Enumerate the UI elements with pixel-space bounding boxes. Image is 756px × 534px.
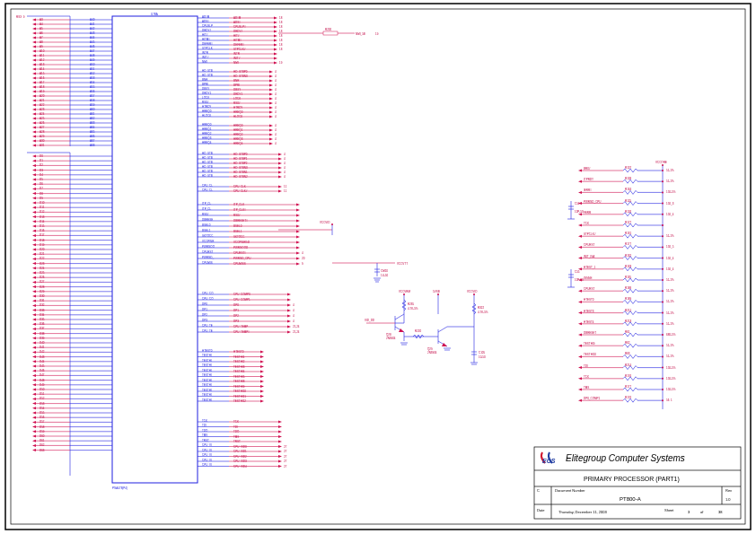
svg-text:A41: A41 bbox=[90, 22, 95, 26]
svg-marker-829 bbox=[578, 322, 582, 325]
svg-text:CPURST: CPURST bbox=[202, 250, 214, 254]
chip-part: PGA478(P4) bbox=[112, 486, 127, 490]
svg-marker-781 bbox=[578, 235, 582, 238]
svg-text:HTEST0: HTEST0 bbox=[202, 349, 213, 353]
svg-marker-649 bbox=[278, 451, 282, 453]
svg-text:4: 4 bbox=[284, 166, 286, 170]
net-label: TESTHI4 bbox=[233, 370, 245, 373]
net-label: STPCLK# bbox=[584, 232, 596, 236]
svg-text:51-1%: 51-1% bbox=[666, 169, 674, 172]
sheet-title: PRIMARY PROCESSOR (PART1) bbox=[584, 476, 680, 483]
net-label: D9 bbox=[40, 197, 43, 200]
net-label: CPU_TEMP bbox=[233, 325, 248, 328]
svg-marker-466 bbox=[278, 167, 282, 170]
net-label: A13 bbox=[40, 63, 45, 66]
svg-marker-664 bbox=[278, 465, 282, 468]
svg-marker-75 bbox=[32, 95, 36, 98]
svg-marker-644 bbox=[278, 445, 282, 448]
svg-text:DP2: DP2 bbox=[202, 313, 207, 317]
net-label: BR0# bbox=[584, 167, 591, 171]
svg-text:HD_STB: HD_STB bbox=[202, 165, 213, 169]
net-label: CPU_COMP1 bbox=[233, 298, 251, 302]
svg-text:SKTOCC: SKTOCC bbox=[202, 234, 214, 238]
svg-text:27: 27 bbox=[284, 465, 287, 468]
svg-marker-471 bbox=[278, 171, 282, 174]
net-label: A4 bbox=[40, 22, 43, 26]
svg-text:2N3904: 2N3904 bbox=[386, 337, 396, 340]
net-label: D38 bbox=[40, 332, 45, 336]
svg-marker-436 bbox=[269, 134, 273, 136]
svg-marker-396 bbox=[269, 93, 273, 96]
svg-marker-55 bbox=[32, 73, 36, 75]
net-label: TESTHI2 bbox=[233, 360, 245, 363]
svg-text:A53: A53 bbox=[90, 76, 95, 80]
net-label: D44 bbox=[40, 360, 45, 363]
net-label: ADS# bbox=[233, 21, 241, 24]
svg-text:NMI: NMI bbox=[202, 60, 207, 64]
svg-text:A62: A62 bbox=[90, 117, 95, 120]
net-label: A26 bbox=[40, 121, 45, 125]
net-label: HD_STBN0 bbox=[233, 74, 248, 78]
net-label: NMI bbox=[233, 61, 239, 65]
net-label: D12 bbox=[40, 210, 45, 214]
svg-marker-366 bbox=[274, 62, 277, 65]
net-label: TCK bbox=[584, 222, 589, 225]
svg-text:TESTHI: TESTHI bbox=[202, 398, 212, 402]
svg-marker-115 bbox=[32, 140, 36, 143]
svg-marker-328 bbox=[274, 26, 277, 29]
net-label: D42 bbox=[40, 350, 45, 354]
svg-marker-523 bbox=[296, 247, 300, 249]
svg-text:R177: R177 bbox=[625, 385, 632, 389]
net-label: D17 bbox=[40, 233, 45, 237]
svg-text:A64: A64 bbox=[90, 126, 95, 129]
svg-marker-391 bbox=[269, 89, 273, 92]
svg-text:C55: C55 bbox=[575, 270, 580, 274]
svg-marker-406 bbox=[269, 102, 273, 105]
net-label: D39 bbox=[40, 337, 45, 340]
svg-point-826 bbox=[662, 312, 664, 314]
svg-text:CPU_CO: CPU_CO bbox=[202, 292, 214, 295]
svg-text:CPU_VI: CPU_VI bbox=[202, 449, 212, 452]
svg-text:R189: R189 bbox=[625, 297, 632, 301]
net-label: D7 bbox=[40, 187, 43, 190]
svg-line-694 bbox=[395, 314, 404, 320]
net-label: CPURST bbox=[584, 243, 595, 247]
net-label: HD_STBN1 bbox=[233, 171, 248, 174]
net-label: BSEL1 bbox=[233, 230, 242, 233]
svg-marker-185 bbox=[32, 249, 36, 251]
svg-text:27: 27 bbox=[284, 460, 287, 463]
svg-marker-431 bbox=[269, 129, 273, 132]
net-label: CPU_VID0 bbox=[233, 445, 247, 449]
svg-marker-290 bbox=[32, 412, 36, 415]
svg-text:R133: R133 bbox=[625, 265, 632, 268]
svg-marker-519 bbox=[296, 241, 300, 244]
svg-marker-338 bbox=[274, 35, 277, 38]
svg-text:150_4: 150_4 bbox=[666, 257, 674, 260]
svg-marker-296 bbox=[32, 421, 36, 424]
net-label: VCCPWRGD bbox=[233, 241, 251, 244]
net-label: A16 bbox=[40, 76, 45, 80]
svg-marker-386 bbox=[269, 84, 273, 87]
svg-text:HREQ2: HREQ2 bbox=[202, 132, 212, 136]
net-label: DRDY1 bbox=[233, 92, 243, 96]
svg-text:150-5%: 150-5% bbox=[666, 377, 676, 381]
svg-text:VCCVTT: VCCVTT bbox=[397, 262, 408, 266]
net-label: TCK bbox=[233, 420, 239, 424]
svg-text:A48: A48 bbox=[90, 54, 95, 57]
net-label: PWRGD_CPU bbox=[233, 257, 251, 260]
svg-marker-111 bbox=[32, 136, 36, 138]
net-label: HTEST0 bbox=[584, 298, 594, 302]
svg-text:R200: R200 bbox=[325, 28, 332, 31]
net-label: D18 bbox=[40, 239, 45, 242]
svg-text:150_4: 150_4 bbox=[666, 267, 674, 271]
svg-text:4: 4 bbox=[293, 320, 294, 323]
svg-marker-343 bbox=[274, 39, 277, 42]
rn-block: VCCORE C54 10P-50 C55 10P-50 bbox=[567, 161, 667, 409]
svg-text:BSEL0: BSEL0 bbox=[202, 223, 211, 227]
svg-text:18: 18 bbox=[279, 16, 283, 20]
svg-text:R135: R135 bbox=[625, 276, 632, 279]
net-label: D63 bbox=[40, 449, 45, 452]
net-label: LOCK bbox=[233, 97, 241, 101]
net-label: D46 bbox=[40, 369, 45, 372]
net-label: D30 bbox=[40, 294, 45, 298]
